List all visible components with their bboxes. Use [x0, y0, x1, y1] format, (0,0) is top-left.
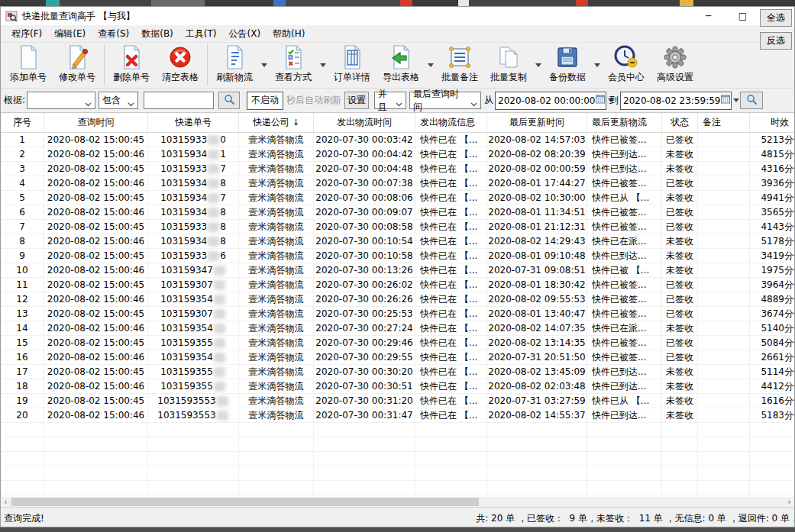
cell-no: 3	[1, 162, 44, 176]
table-row[interactable]: 102020-08-02 15:00:46103159347壹米滴答物流2020…	[1, 263, 794, 278]
scroll-left-icon[interactable]: ‹	[1, 497, 11, 507]
toolbar-button[interactable]: 查看方式	[269, 44, 318, 85]
title-bar[interactable]: 快递批量查询高手 【与我】 ─ □ ✕	[1, 7, 794, 25]
toolbar-button-label: 备份数据	[549, 71, 586, 84]
auto-refresh-value-box[interactable]: 不启动	[247, 92, 283, 110]
scrollbar-thumb[interactable]	[11, 498, 479, 506]
cell-update_info: 快件已被签...	[587, 176, 662, 190]
time-field-select[interactable]: 最后查询时间	[409, 92, 481, 109]
cell-no: 9	[1, 249, 44, 263]
toolbar-button[interactable]: 高级设置	[651, 44, 700, 85]
cell-sent_time: 2020-07-30 00:30:51	[314, 379, 415, 393]
toolbar-dropdown-arrow[interactable]	[592, 44, 602, 85]
horizontal-scrollbar[interactable]: ‹ ›	[1, 497, 794, 507]
select-all-button[interactable]: 全选	[760, 9, 792, 27]
menu-item[interactable]: 查看(S)	[92, 26, 135, 42]
table-row[interactable]: 112020-08-02 15:00:45103159307壹米滴答物流2020…	[1, 278, 794, 292]
cell-company: 壹米滴答物流	[239, 350, 314, 364]
header-cell-sent_info[interactable]: 发出物流信息	[415, 113, 487, 132]
table-row[interactable]: 152020-08-02 15:00:45103159355壹米滴答物流2020…	[1, 336, 794, 350]
cell-sent_time	[314, 437, 415, 451]
table-row[interactable]: 182020-08-02 15:00:46103159355壹米滴答物流2020…	[1, 379, 794, 394]
time-search-button[interactable]	[740, 92, 763, 109]
filter-search-button[interactable]	[218, 92, 240, 109]
header-cell-company[interactable]: 快递公司↓	[239, 113, 314, 132]
minimize-button[interactable]: ─	[691, 7, 726, 25]
table-row[interactable]: 82020-08-02 15:00:46103159348壹米滴答物流2020-…	[1, 234, 794, 249]
cell-sent_time: 2020-07-30 00:10:54	[314, 234, 415, 248]
table-row[interactable]: 122020-08-02 15:00:46103159354壹米滴答物流2020…	[1, 292, 794, 307]
table-row[interactable]: 142020-08-02 15:00:46103159354壹米滴答物流2020…	[1, 321, 794, 336]
header-cell-status[interactable]: 状态	[662, 113, 698, 132]
table-row[interactable]: 172020-08-02 15:00:45103159355壹米滴答物流2020…	[1, 365, 794, 379]
menu-item[interactable]: 程序(F)	[5, 26, 48, 42]
export-table-icon	[388, 44, 414, 70]
header-cell-no[interactable]: 序号	[1, 113, 44, 132]
toolbar-button[interactable]: 添加单号	[4, 44, 53, 85]
maximize-button[interactable]: □	[726, 7, 760, 25]
table-row[interactable]: 92020-08-02 15:00:45103159336壹米滴答物流2020-…	[1, 249, 794, 263]
filter-match-select[interactable]: 包含	[99, 92, 138, 109]
menu-item[interactable]: 帮助(H)	[267, 26, 311, 42]
table-row[interactable]: 22020-08-02 15:00:46103159341壹米滴答物流2020-…	[1, 147, 794, 162]
chevron-down-icon[interactable]	[733, 98, 739, 102]
table-row[interactable]: 162020-08-02 15:00:46103159354壹米滴答物流2020…	[1, 350, 794, 365]
cell-status: 未签收	[662, 263, 698, 277]
toolbar-button[interactable]: 删除单号	[107, 44, 156, 85]
menu-item[interactable]: 工具(T)	[179, 26, 223, 42]
table-row[interactable]: 192020-08-02 15:00:451031593553壹米滴答物流202…	[1, 394, 794, 408]
toolbar-button[interactable]: 会员中心	[602, 44, 651, 85]
table-row[interactable]: 42020-08-02 15:00:46103159348壹米滴答物流2020-…	[1, 176, 794, 191]
toolbar-dropdown-arrow[interactable]	[259, 44, 269, 85]
toolbar-button[interactable]: 批量备注	[435, 44, 484, 85]
edit-doc-icon	[64, 44, 90, 70]
toolbar-button[interactable]: 导出表格	[376, 44, 425, 85]
header-cell-duration[interactable]: 时效	[750, 113, 794, 132]
cell-company: 壹米滴答物流	[239, 365, 314, 379]
toolbar-dropdown-arrow[interactable]	[318, 44, 328, 85]
table-row[interactable]: 32020-08-02 15:00:45103159337壹米滴答物流2020-…	[1, 162, 794, 176]
toolbar-button[interactable]: 刷新物流	[210, 44, 259, 85]
toolbar-button[interactable]: 备份数据	[543, 44, 592, 85]
table-row[interactable]: 202020-08-02 15:00:461031593553壹米滴答物流202…	[1, 408, 794, 423]
cell-status: 未签收	[662, 162, 698, 176]
header-cell-update_time[interactable]: 最后更新时间	[487, 113, 587, 132]
menu-item[interactable]: 数据(B)	[135, 26, 179, 42]
cell-query_time: 2020-08-02 15:00:46	[44, 292, 148, 306]
invert-select-button[interactable]: 反选	[760, 32, 792, 50]
header-cell-query_time[interactable]: 查询时间	[44, 113, 148, 132]
toolbar-dropdown-arrow[interactable]	[425, 44, 435, 85]
cell-duration	[750, 452, 794, 466]
table-row[interactable]: 132020-08-02 15:00:45103159307壹米滴答物流2020…	[1, 307, 794, 321]
table-row[interactable]: 52020-08-02 15:00:45103159347壹米滴答物流2020-…	[1, 191, 794, 205]
filter-field-select[interactable]	[27, 92, 95, 109]
cell-no	[1, 452, 44, 466]
from-date-picker[interactable]: 2020-08-02 00:00:00	[495, 92, 606, 110]
scrollbar-track[interactable]	[11, 497, 784, 507]
toolbar-button[interactable]: 批量复制	[484, 44, 533, 85]
cell-query_time: 2020-08-02 15:00:45	[44, 162, 148, 176]
table-row[interactable]: 72020-08-02 15:00:45103159338壹米滴答物流2020-…	[1, 220, 794, 234]
to-date-picker[interactable]: 2020-08-02 23:59:59	[620, 92, 732, 110]
menu-item[interactable]: 公告(X)	[223, 26, 267, 42]
search-icon	[746, 94, 758, 108]
header-cell-remark[interactable]: 备注	[698, 113, 750, 132]
table-header: 序号查询时间快递单号快递公司↓发出物流时间发出物流信息最后更新时间最后更新物流状…	[1, 113, 794, 133]
cell-duration	[750, 481, 794, 495]
toolbar-button[interactable]: 清空表格	[156, 44, 205, 85]
header-cell-sent_time[interactable]: 发出物流时间	[314, 113, 415, 132]
cell-query_time: 2020-08-02 15:00:46	[44, 234, 148, 248]
menu-item[interactable]: 编辑(E)	[48, 26, 92, 42]
and-or-select[interactable]: 并且	[374, 92, 406, 109]
auto-refresh-settings-button[interactable]: 设置	[344, 92, 369, 109]
header-cell-tracking[interactable]: 快递单号	[148, 113, 239, 132]
toolbar-button[interactable]: 订单详情	[328, 44, 376, 85]
toolbar-button[interactable]: 修改单号	[53, 44, 102, 85]
header-cell-update_info[interactable]: 最后更新物流	[587, 113, 662, 132]
toolbar-dropdown-arrow[interactable]	[533, 44, 543, 85]
table-row[interactable]: 62020-08-02 15:00:46103159348壹米滴答物流2020-…	[1, 205, 794, 220]
filter-keyword-input[interactable]	[144, 92, 214, 109]
scroll-right-icon[interactable]: ›	[784, 497, 794, 507]
cell-no: 12	[1, 292, 44, 306]
table-row[interactable]: 12020-08-02 15:00:45103159330壹米滴答物流2020-…	[1, 133, 794, 147]
